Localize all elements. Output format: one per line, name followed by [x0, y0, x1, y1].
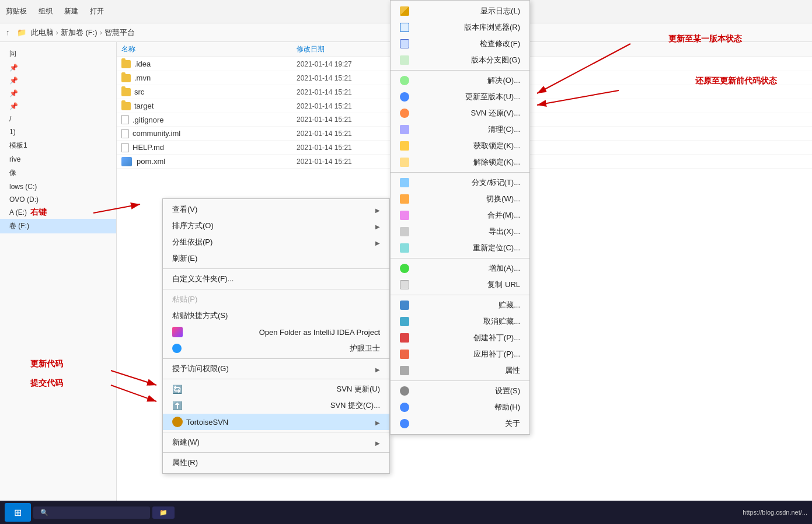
svn-create-patch[interactable]: 创建补丁(P)...: [391, 330, 529, 346]
svn-lock-icon: [400, 141, 409, 151]
sidebar-item-windows[interactable]: lows (C:): [0, 180, 116, 193]
svn-unlock[interactable]: 解除锁定(K)...: [391, 154, 529, 170]
menu-item-sort[interactable]: 排序方式(O): [163, 218, 389, 234]
svn-copy-url[interactable]: 复制 URL: [391, 277, 529, 293]
svn-relocate[interactable]: 重新定位(C)...: [391, 240, 529, 256]
sidebar-item-0[interactable]: 问: [0, 47, 116, 61]
sidebar-pin-4[interactable]: 📌: [0, 100, 116, 113]
svn-lock[interactable]: 获取锁定(K)...: [391, 138, 529, 154]
menu-item-intellij[interactable]: Open Folder as IntelliJ IDEA Project: [163, 324, 389, 340]
svn-props[interactable]: 属性: [391, 362, 529, 379]
menu-item-properties[interactable]: 属性(R): [163, 455, 389, 471]
svn-merge[interactable]: 合并(M)...: [391, 207, 529, 223]
breadcrumb-drive[interactable]: 新加卷 (F:): [61, 27, 97, 38]
svn-log[interactable]: 显示日志(L): [391, 3, 529, 19]
menu-item-paste[interactable]: 粘贴(P): [163, 291, 389, 308]
breadcrumb-up-arrow[interactable]: ↑: [6, 28, 10, 37]
annotation-commit-code: 提交代码: [30, 378, 63, 389]
annotation-update-code: 更新代码: [30, 359, 63, 369]
tortoise-icon: [172, 417, 183, 427]
menu-item-group[interactable]: 分组依据(P): [163, 234, 389, 250]
start-button[interactable]: ⊞: [5, 503, 31, 522]
menu-label-group: 分组依据(P): [172, 237, 212, 247]
sidebar-item-template[interactable]: 模板1: [0, 138, 116, 153]
svn-stash[interactable]: 贮藏...: [391, 297, 529, 313]
svn-repo-browser[interactable]: 版本库浏览器(R): [391, 19, 529, 36]
toolbar-new: 新建: [64, 6, 78, 16]
svn-sep-3: [391, 258, 529, 258]
svn-resolve[interactable]: 解决(O)...: [391, 72, 529, 89]
sidebar-item-a[interactable]: A (E:): [0, 206, 116, 219]
svn-sep-5: [391, 380, 529, 381]
menu-item-tortoisesvn[interactable]: TortoiseSVN: [163, 414, 389, 430]
sep-6: [163, 452, 389, 453]
menu-item-access[interactable]: 授予访问权限(G): [163, 361, 389, 377]
file-name-gitignore: .gitignore: [133, 116, 163, 124]
taskbar-clock: https://blog.csdn.net/...: [743, 509, 807, 516]
svn-cleanup[interactable]: 清理(C)...: [391, 121, 529, 138]
svn-about-label: 关于: [505, 418, 520, 429]
sidebar-item-like[interactable]: 像: [0, 166, 116, 180]
menu-item-eyeguard[interactable]: 护眼卫士: [163, 340, 389, 357]
sidebar-pin-2[interactable]: 📌: [0, 74, 116, 87]
svn-settings[interactable]: 设置(S): [391, 383, 529, 399]
svn-branch-tag[interactable]: 分支/标记(T)...: [391, 174, 529, 191]
menu-item-new[interactable]: 新建(W): [163, 434, 389, 450]
menu-item-view[interactable]: 查看(V): [163, 201, 389, 218]
svn-merge-label: 合并(M)...: [487, 210, 520, 221]
sep-4: [163, 379, 389, 379]
menu-item-customize[interactable]: 自定义文件夹(F)...: [163, 271, 389, 287]
folder-icon-src: [121, 88, 131, 96]
annotation-revert: 还原至更新前代码状态: [695, 76, 777, 86]
svn-stash-label: 贮藏...: [499, 300, 520, 310]
taskbar-item-search[interactable]: 🔍: [33, 506, 150, 519]
svn-branch-graph[interactable]: 版本分支图(G): [391, 52, 529, 68]
svn-switch[interactable]: 切换(W)...: [391, 191, 529, 207]
breadcrumb-folder[interactable]: 智慧平台: [104, 27, 135, 38]
taskbar-item-explorer[interactable]: 📁: [152, 506, 175, 519]
breadcrumb-pc[interactable]: 此电脑: [31, 27, 54, 38]
menu-item-svn-update[interactable]: 🔄 SVN 更新(U): [163, 381, 389, 397]
svn-update-rev-icon: [400, 92, 409, 102]
svn-add[interactable]: 增加(A)...: [391, 260, 529, 277]
svn-update-rev[interactable]: 更新至版本(U)...: [391, 89, 529, 105]
sidebar-item-1[interactable]: 1): [0, 125, 116, 138]
file-date-mvn: 2021-01-14 15:21: [297, 74, 390, 82]
menu-item-refresh[interactable]: 刷新(E): [163, 250, 389, 267]
file-name-idea: .idea: [134, 60, 151, 68]
sep-1: [163, 268, 389, 269]
folder-icon-idea: [121, 60, 131, 68]
sidebar-pin-1[interactable]: 📌: [0, 61, 116, 74]
col-header-date[interactable]: 修改日期: [297, 44, 390, 54]
menu-item-svn-commit[interactable]: ⬆️ SVN 提交(C)...: [163, 397, 389, 414]
svn-merge-icon: [400, 211, 409, 220]
intellij-icon: [172, 327, 183, 337]
sidebar-item-dvd[interactable]: OVO (D:): [0, 193, 116, 206]
svn-branch-label: 版本分支图(G): [471, 55, 520, 65]
sidebar-pin-3[interactable]: 📌: [0, 87, 116, 100]
svn-repo-icon: [400, 23, 409, 32]
explorer-window: 剪贴板 组织 新建 打开 ↑ 📁 此电脑 › 新加卷 (F:) › 智慧平台 问…: [0, 0, 812, 524]
svn-cleanup-icon: [400, 125, 409, 134]
svn-revert[interactable]: SVN 还原(V)...: [391, 105, 529, 121]
svn-about[interactable]: 关于: [391, 415, 529, 432]
file-date-pom: 2021-01-14 15:21: [297, 158, 390, 166]
sidebar-item-slash[interactable]: /: [0, 113, 116, 125]
sidebar-item-f[interactable]: 卷 (F:): [0, 219, 116, 233]
tortoise-arrow-icon: [375, 418, 380, 427]
sidebar-item-rive[interactable]: rive: [0, 153, 116, 166]
file-date-src: 2021-01-14 15:21: [297, 88, 390, 96]
svn-unstash[interactable]: 取消贮藏...: [391, 313, 529, 330]
svn-export[interactable]: 导出(X)...: [391, 223, 529, 240]
pin-icon-1: 📌: [9, 64, 18, 72]
svn-check-mods[interactable]: 检查修改(F): [391, 36, 529, 52]
col-header-name[interactable]: 名称: [121, 44, 297, 54]
svn-unstash-label: 取消贮藏...: [483, 316, 520, 327]
pin-icon-4: 📌: [9, 102, 18, 110]
clipboard-label: 剪贴板: [6, 6, 27, 16]
svn-help[interactable]: 帮助(H): [391, 399, 529, 415]
menu-label-intellij: Open Folder as IntelliJ IDEA Project: [259, 328, 380, 337]
pin-icon-3: 📌: [9, 89, 18, 97]
svn-apply-patch[interactable]: 应用补丁(P)...: [391, 346, 529, 362]
menu-item-paste-shortcut[interactable]: 粘贴快捷方式(S): [163, 308, 389, 324]
